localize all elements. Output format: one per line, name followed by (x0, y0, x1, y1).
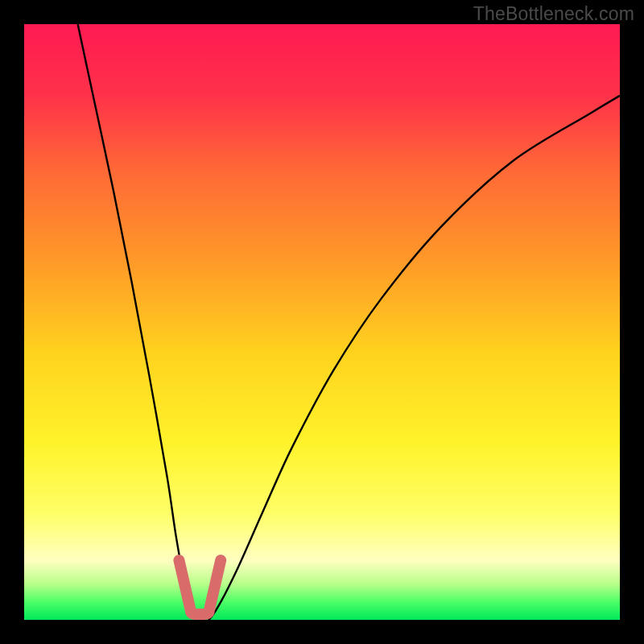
bottleneck-curve (24, 24, 620, 620)
optimal-region-marker (179, 560, 221, 614)
curve-path (78, 24, 620, 620)
plot-frame (24, 24, 620, 620)
watermark-text: TheBottleneck.com (473, 3, 634, 25)
